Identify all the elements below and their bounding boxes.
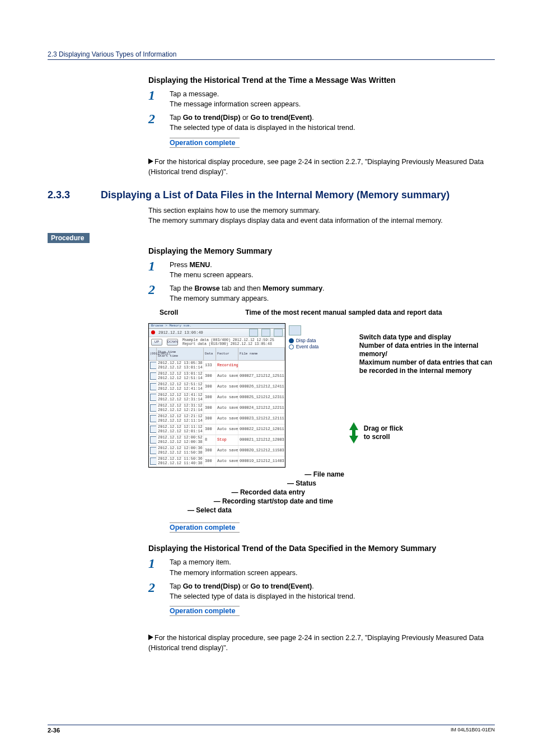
operation-complete-a: Operation complete (170, 138, 240, 148)
step-b2-pre: Tap the (170, 284, 194, 292)
table-row[interactable]: 2012.12.12 12:41:122012.12.12 12:31:1430… (149, 393, 285, 403)
record-indicator-icon (151, 330, 155, 334)
annot-max1: Maximum number of data entries that can (349, 358, 495, 367)
step-number-1: 1 (148, 89, 170, 109)
col-time: Stop time Start time (157, 348, 204, 360)
row-checkbox[interactable] (150, 404, 157, 412)
step-c1: 1 Tap a memory item. The memory informat… (148, 557, 495, 577)
table-row[interactable]: 2012.12.12 13:05:382012.12.12 13:01:1413… (149, 361, 285, 371)
step-number-1c: 1 (148, 557, 170, 577)
cross-reference-c: For the historical display procedure, se… (148, 633, 495, 653)
right-annotations: Switch data type and display Number of d… (349, 323, 495, 468)
shot-table-body: 2012.12.12 13:05:382012.12.12 13:01:1413… (149, 361, 285, 467)
step-a2-post: . (312, 114, 313, 122)
browse-tab: Browse (194, 284, 219, 292)
step-c1-line2: The memory information screen appears. (170, 568, 495, 578)
triangle-icon (148, 634, 153, 640)
annot-switch: Switch data type and display (349, 333, 495, 342)
step-c2-post: . (312, 582, 313, 590)
radio-event-data[interactable]: Event data (289, 344, 343, 350)
shot-breadcrumb: Browse > Memory sum. (149, 324, 285, 329)
shot-msample: Msample data (003/400) 2012.12.12 12:59:… (182, 338, 274, 342)
step-number-1b: 1 (148, 260, 170, 280)
toolbar-icon[interactable] (261, 329, 270, 337)
row-checkbox[interactable] (150, 436, 157, 444)
table-row[interactable]: 2012.12.12 12:00:522012.12.12 12:00:388S… (149, 435, 285, 446)
step-c2-line2: The selected type of data is displayed i… (170, 591, 495, 601)
step-b1-pre: Press (170, 261, 189, 269)
col-data: Data (204, 348, 216, 360)
data-type-switch: Disp data Event data (285, 323, 343, 468)
table-row[interactable]: 2012.12.12 12:51:122012.12.12 12:41:1430… (149, 382, 285, 393)
section-intro: This section explains how to use the mem… (148, 206, 495, 226)
operation-complete-b: Operation complete (170, 522, 240, 533)
step-b2-post: . (322, 284, 324, 292)
step-b2-line2: The memory summary appears. (170, 293, 495, 304)
step-a1: 1 Tap a message. The message information… (148, 89, 495, 109)
procedure-label: Procedure (48, 233, 90, 243)
memory-summary-screenshot: Browse > Memory sum. 2012.12.12 13:06:49… (148, 323, 285, 468)
triangle-icon (148, 158, 153, 164)
section-title: Displaying a List of Data Files in the I… (101, 189, 495, 201)
step-a1-line2: The message information screen appears. (170, 99, 495, 109)
row-checkbox[interactable] (150, 372, 157, 380)
row-checkbox[interactable] (150, 426, 157, 433)
radio-off-icon (289, 344, 294, 349)
menu-key: MENU (189, 261, 210, 269)
subheading-memory-summary: Displaying the Memory Summary (148, 246, 495, 255)
subheading-historical-trend-message: Displaying the Historical Trend at the T… (148, 76, 495, 85)
page-number: 2-36 (48, 727, 60, 734)
table-row[interactable]: 2012.12.12 12:11:122012.12.12 12:01:1430… (149, 424, 285, 435)
row-checkbox[interactable] (150, 383, 157, 390)
table-row[interactable]: 2012.12.12 11:50:362012.12.12 11:40:3830… (149, 456, 285, 467)
step-number-2: 2 (148, 113, 170, 133)
bottom-annotations: — File name — Status — Recorded data ent… (148, 470, 355, 515)
col-file: File name (238, 348, 285, 360)
shot-clock: 2012.12.12 13:06:49 (158, 330, 203, 335)
goto-trend-event: Go to trend(Event) (250, 114, 312, 122)
row-checkbox[interactable] (150, 447, 157, 454)
section-intro-1: This section explains how to use the mem… (148, 207, 320, 214)
cross-reference-a: For the historical display procedure, se… (148, 157, 495, 177)
toolbar-icon[interactable] (249, 329, 258, 337)
step-c2: 2 Tap Go to trend(Disp) or Go to trend(E… (148, 581, 495, 601)
annot-select-data: Select data (196, 506, 231, 514)
doc-number: IM 04L51B01-01EN (451, 727, 495, 734)
step-b1: 1 Press MENU. The menu screen appears. (148, 260, 495, 280)
section-intro-2: The memory summary displays display data… (148, 217, 443, 225)
goto-trend-disp-c: Go to trend(Disp) (183, 582, 241, 590)
section-heading-row: 2.3.3 Displaying a List of Data Files in… (48, 189, 495, 201)
table-row[interactable]: 2012.12.12 13:01:122012.12.12 12:51:1430… (149, 371, 285, 382)
table-row[interactable]: 2012.12.12 12:21:122012.12.12 12:11:1430… (149, 414, 285, 424)
annot-rec-entry: Recorded data entry (240, 488, 305, 496)
step-b1-post: . (210, 261, 212, 269)
header-breadcrumb: 2.3 Displaying Various Types of Informat… (48, 50, 495, 60)
table-row[interactable]: 2012.12.12 12:00:362012.12.12 11:50:3830… (149, 446, 285, 456)
screenshot-wrapper: Scroll Time of the most recent manual sa… (148, 309, 495, 515)
data-type-icon[interactable] (289, 325, 301, 335)
row-checkbox[interactable] (150, 415, 157, 422)
cross-reference-a-text: For the historical display procedure, se… (148, 158, 484, 176)
row-checkbox[interactable] (150, 394, 157, 401)
table-row[interactable]: 2012.12.12 12:31:122012.12.12 12:21:1430… (149, 403, 285, 414)
step-a2-line2: The selected type of data is displayed i… (170, 123, 495, 133)
annot-file-name: File name (313, 470, 344, 478)
memory-summary-item: Memory summary (263, 284, 322, 292)
step-c2-pre: Tap (170, 582, 183, 590)
step-b2-mid: tab and then (220, 284, 263, 292)
toolbar-icon[interactable] (274, 329, 283, 337)
row-checkbox[interactable] (150, 458, 157, 465)
row-checkbox[interactable] (150, 362, 157, 369)
scroll-down-button[interactable]: DOWN (167, 339, 178, 346)
radio-disp-data[interactable]: Disp data (289, 338, 343, 344)
annot-max2: be recorded in the internal memory (349, 367, 495, 375)
step-a2: 2 Tap Go to trend(Disp) or Go to trend(E… (148, 113, 495, 133)
scroll-up-button[interactable]: UP (151, 339, 162, 346)
annot-status: Status (296, 479, 316, 487)
step-b2: 2 Tap the Browse tab and then Memory sum… (148, 283, 495, 304)
step-c1-line1: Tap a memory item. (170, 557, 495, 567)
col-count: (0011/0021) (149, 348, 157, 360)
shot-table-header: (0011/0021) Stop time Start time Data Fa… (149, 348, 285, 361)
annot-num-entries: Number of data entries in the internal m… (349, 342, 495, 358)
radio-on-icon (289, 338, 294, 343)
